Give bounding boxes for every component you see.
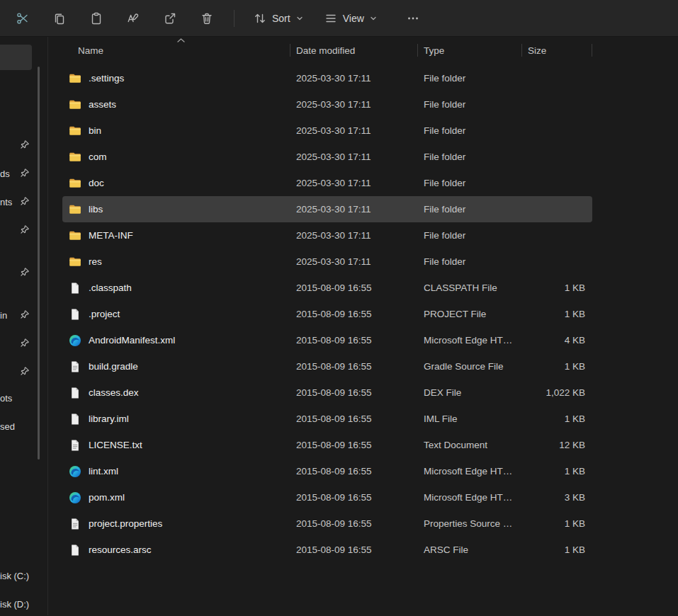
file-type: DEX File bbox=[418, 387, 522, 398]
file-name: .settings bbox=[89, 73, 124, 84]
paste-button[interactable] bbox=[81, 6, 112, 31]
file-name: build.gradle bbox=[89, 361, 138, 372]
file-row[interactable]: resources.arsc 2015-08-09 16:55 ARSC Fil… bbox=[62, 537, 592, 563]
sidebar-active-item[interactable] bbox=[0, 45, 32, 70]
sidebar-item[interactable]: isk (D:) bbox=[0, 597, 47, 611]
file-row[interactable]: build.gradle 2015-08-09 16:55 Gradle Sou… bbox=[62, 353, 592, 380]
file-size: 1 KB bbox=[522, 361, 592, 372]
sort-icon bbox=[253, 11, 267, 25]
sidebar-item[interactable]: sed bbox=[0, 419, 47, 433]
chevron-down-icon bbox=[295, 14, 304, 23]
column-header: Name Date modified Type Size bbox=[62, 37, 592, 64]
file-date-modified: 2025-03-30 17:11 bbox=[290, 178, 418, 188]
file-row[interactable]: res 2025-03-30 17:11 File folder bbox=[62, 249, 592, 275]
toolbar-separator bbox=[234, 10, 235, 27]
file-size: 4 KB bbox=[522, 335, 592, 346]
file-row[interactable]: lint.xml 2015-08-09 16:55 Microsoft Edge… bbox=[62, 458, 592, 484]
file-date-modified: 2015-08-09 16:55 bbox=[290, 518, 418, 529]
sidebar-item[interactable] bbox=[0, 266, 47, 280]
file-type: PROJECT File bbox=[418, 309, 522, 319]
share-button[interactable] bbox=[154, 6, 186, 31]
file-date-modified: 2025-03-30 17:11 bbox=[290, 99, 418, 110]
sidebar-item[interactable] bbox=[0, 336, 47, 350]
text-file-icon bbox=[68, 360, 82, 374]
ellipsis-icon bbox=[406, 11, 420, 25]
file-name: AndroidManifest.xml bbox=[89, 335, 175, 346]
pin-icon bbox=[20, 309, 30, 319]
file-row[interactable]: META-INF 2025-03-30 17:11 File folder bbox=[62, 222, 592, 249]
file-explorer-window: { "toolbar": { "sort_label": "Sort", "vi… bbox=[0, 0, 678, 616]
file-type: File folder bbox=[418, 99, 522, 110]
file-list-pane: Name Date modified Type Size .sett bbox=[48, 37, 678, 615]
file-row[interactable]: .classpath 2015-08-09 16:55 CLASSPATH Fi… bbox=[62, 275, 592, 301]
sidebar-scrollbar[interactable] bbox=[38, 67, 40, 460]
file-row[interactable]: .project 2015-08-09 16:55 PROJECT File 1… bbox=[62, 301, 592, 327]
sidebar-item-label: nts bbox=[0, 197, 12, 207]
share-icon bbox=[163, 11, 177, 25]
sidebar-item-label: in bbox=[0, 310, 7, 321]
column-header-size[interactable]: Size bbox=[522, 37, 592, 64]
folder-icon bbox=[68, 72, 82, 86]
rename-button[interactable] bbox=[118, 6, 149, 31]
file-row[interactable]: bin 2025-03-30 17:11 File folder bbox=[62, 118, 592, 144]
sidebar-item-label: isk (D:) bbox=[0, 599, 29, 610]
file-date-modified: 2025-03-30 17:11 bbox=[290, 152, 418, 162]
file-date-modified: 2015-08-09 16:55 bbox=[290, 309, 418, 319]
file-name: bin bbox=[89, 125, 101, 136]
file-row[interactable]: classes.dex 2015-08-09 16:55 DEX File 1,… bbox=[62, 380, 592, 406]
file-row[interactable]: project.properties 2015-08-09 16:55 Prop… bbox=[62, 511, 592, 537]
file-type: Text Document bbox=[418, 440, 522, 450]
file-row[interactable]: AndroidManifest.xml 2015-08-09 16:55 Mic… bbox=[62, 327, 592, 353]
file-row[interactable]: com 2025-03-30 17:11 File folder bbox=[62, 144, 592, 170]
file-row[interactable]: pom.xml 2015-08-09 16:55 Microsoft Edge … bbox=[62, 484, 592, 511]
sidebar-item[interactable] bbox=[0, 223, 47, 237]
sidebar-item[interactable]: ds bbox=[0, 166, 47, 181]
sidebar-item-label: ots bbox=[0, 393, 12, 404]
pin-icon bbox=[20, 139, 30, 149]
file-icon bbox=[68, 281, 82, 295]
view-button[interactable]: View bbox=[317, 6, 385, 31]
column-header-type[interactable]: Type bbox=[418, 37, 522, 64]
file-row[interactable]: assets 2025-03-30 17:11 File folder bbox=[62, 91, 592, 118]
file-size: 3 KB bbox=[522, 492, 592, 503]
file-size: 12 KB bbox=[522, 440, 592, 450]
paste-icon bbox=[89, 11, 103, 25]
column-header-name[interactable]: Name bbox=[62, 37, 290, 64]
folder-icon bbox=[68, 229, 82, 243]
file-name: LICENSE.txt bbox=[89, 440, 142, 450]
file-row[interactable]: .settings 2025-03-30 17:11 File folder bbox=[62, 65, 592, 91]
file-row[interactable]: library.iml 2015-08-09 16:55 IML File 1 … bbox=[62, 406, 592, 432]
sidebar-item[interactable]: ots bbox=[0, 391, 47, 405]
folder-icon bbox=[68, 176, 82, 190]
file-size: 1 KB bbox=[522, 283, 592, 293]
file-row[interactable]: libs 2025-03-30 17:11 File folder bbox=[62, 196, 592, 222]
sidebar-item[interactable]: nts bbox=[0, 195, 47, 209]
file-size: 1,022 KB bbox=[522, 387, 592, 398]
file-name: libs bbox=[89, 204, 103, 215]
sidebar-item[interactable] bbox=[0, 138, 47, 152]
file-size: 1 KB bbox=[522, 518, 592, 529]
file-row[interactable]: LICENSE.txt 2015-08-09 16:55 Text Docume… bbox=[62, 432, 592, 458]
more-options-button[interactable] bbox=[397, 6, 429, 31]
file-size: 1 KB bbox=[522, 413, 592, 424]
file-name: .classpath bbox=[89, 283, 132, 293]
sort-button[interactable]: Sort bbox=[246, 6, 311, 31]
edge-icon bbox=[68, 333, 82, 348]
sidebar-item[interactable] bbox=[0, 365, 47, 379]
file-name: .project bbox=[89, 309, 120, 319]
folder-icon bbox=[68, 98, 82, 112]
delete-button[interactable] bbox=[191, 6, 222, 31]
file-name: library.iml bbox=[89, 413, 129, 424]
file-date-modified: 2015-08-09 16:55 bbox=[290, 387, 418, 398]
file-row[interactable]: doc 2025-03-30 17:11 File folder bbox=[62, 170, 592, 196]
cut-button[interactable] bbox=[7, 6, 38, 31]
column-divider[interactable] bbox=[592, 44, 592, 57]
file-icon bbox=[68, 386, 82, 400]
sidebar-item[interactable]: in bbox=[0, 308, 47, 322]
navigation-pane: dsntsinotssedisk (C:)isk (D:) bbox=[0, 37, 48, 615]
column-header-date-modified[interactable]: Date modified bbox=[290, 37, 418, 64]
file-date-modified: 2015-08-09 16:55 bbox=[290, 492, 418, 503]
copy-button[interactable] bbox=[44, 6, 75, 31]
sidebar-item[interactable]: isk (C:) bbox=[0, 569, 47, 583]
file-icon bbox=[68, 543, 82, 557]
